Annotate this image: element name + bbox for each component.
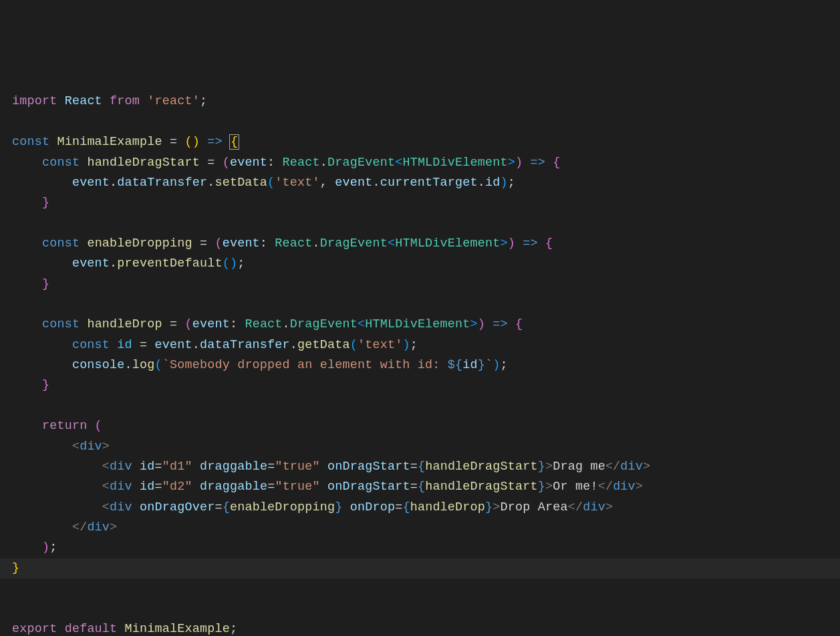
code-line: event.dataTransfer.setData('text', event…	[12, 176, 515, 190]
code-line: export default MinimalExample;	[12, 622, 237, 636]
code-line	[12, 216, 19, 230]
code-line: }	[12, 378, 49, 392]
code-line: }	[12, 277, 49, 291]
code-line: <div id="d1" draggable="true" onDragStar…	[12, 460, 650, 474]
code-line: );	[12, 540, 57, 554]
code-line-active: }	[0, 559, 840, 579]
code-line: <div id="d2" draggable="true" onDragStar…	[12, 480, 643, 494]
code-line: const id = event.dataTransfer.getData('t…	[12, 338, 418, 352]
code-line	[12, 115, 19, 129]
code-line	[12, 601, 19, 615]
code-line	[12, 297, 19, 311]
code-line: const enableDropping = (event: React.Dra…	[12, 236, 553, 251]
code-line	[12, 399, 19, 413]
code-line: const handleDragStart = (event: React.Dr…	[12, 156, 560, 170]
code-line: const handleDrop = (event: React.DragEve…	[12, 317, 523, 331]
code-line: }	[12, 196, 49, 210]
code-line: return (	[12, 419, 102, 433]
code-line: import React from 'react';	[12, 94, 207, 108]
code-line: const MinimalExample = () => {	[12, 135, 239, 149]
code-line: </div>	[12, 520, 117, 534]
code-line: <div>	[12, 440, 110, 454]
code-editor[interactable]: import React from 'react'; const Minimal…	[12, 92, 828, 636]
code-line: <div onDragOver={enableDropping} onDrop=…	[12, 500, 613, 514]
cursor: {	[229, 134, 239, 150]
code-line: event.preventDefault();	[12, 257, 245, 271]
code-line: console.log(`Somebody dropped an element…	[12, 358, 508, 372]
